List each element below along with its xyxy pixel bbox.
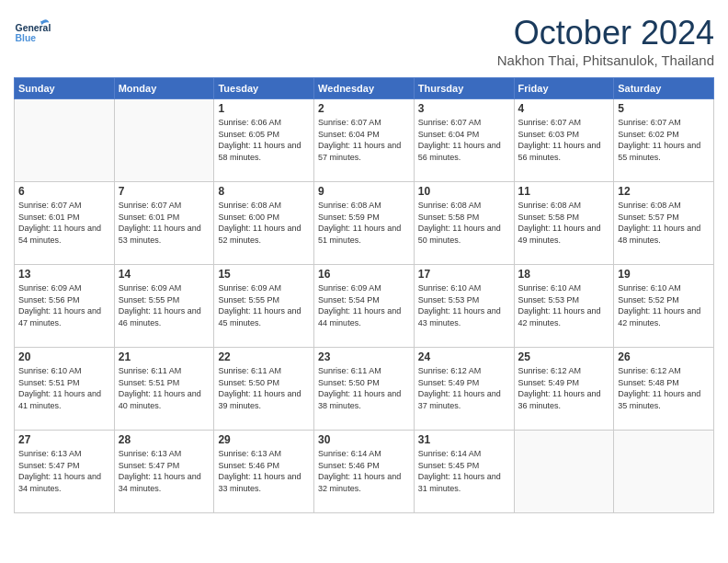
table-row: 17Sunrise: 6:10 AMSunset: 5:53 PMDayligh… bbox=[414, 265, 514, 348]
calendar-week-2: 6Sunrise: 6:07 AMSunset: 6:01 PMDaylight… bbox=[15, 182, 714, 265]
day-info: Sunrise: 6:08 AMSunset: 5:58 PMDaylight:… bbox=[418, 200, 510, 246]
table-row: 16Sunrise: 6:09 AMSunset: 5:54 PMDayligh… bbox=[314, 265, 415, 348]
day-info: Sunrise: 6:12 AMSunset: 5:49 PMDaylight:… bbox=[518, 365, 610, 411]
day-number: 9 bbox=[318, 185, 410, 198]
day-number: 27 bbox=[18, 433, 110, 446]
day-number: 4 bbox=[518, 102, 610, 115]
header-thursday: Thursday bbox=[414, 78, 514, 99]
day-number: 18 bbox=[518, 268, 610, 281]
day-number: 8 bbox=[218, 185, 310, 198]
header-monday: Monday bbox=[114, 78, 214, 99]
day-info: Sunrise: 6:07 AMSunset: 6:03 PMDaylight:… bbox=[518, 117, 610, 163]
table-row: 25Sunrise: 6:12 AMSunset: 5:49 PMDayligh… bbox=[514, 348, 614, 431]
day-info: Sunrise: 6:12 AMSunset: 5:48 PMDaylight:… bbox=[618, 365, 710, 411]
day-number: 22 bbox=[218, 350, 310, 363]
day-info: Sunrise: 6:14 AMSunset: 5:45 PMDaylight:… bbox=[418, 448, 510, 494]
day-number: 26 bbox=[618, 350, 710, 363]
svg-text:Blue: Blue bbox=[16, 33, 37, 43]
logo-icon: General Blue bbox=[14, 14, 51, 51]
day-number: 10 bbox=[418, 185, 510, 198]
day-number: 5 bbox=[618, 102, 710, 115]
table-row: 30Sunrise: 6:14 AMSunset: 5:46 PMDayligh… bbox=[314, 431, 415, 513]
day-info: Sunrise: 6:07 AMSunset: 6:02 PMDaylight:… bbox=[618, 117, 710, 163]
day-number: 7 bbox=[119, 185, 210, 198]
table-row: 19Sunrise: 6:10 AMSunset: 5:52 PMDayligh… bbox=[614, 265, 714, 348]
day-number: 19 bbox=[618, 268, 710, 281]
day-info: Sunrise: 6:07 AMSunset: 6:01 PMDaylight:… bbox=[119, 200, 210, 246]
day-number: 11 bbox=[518, 185, 610, 198]
table-row: 10Sunrise: 6:08 AMSunset: 5:58 PMDayligh… bbox=[414, 182, 514, 265]
table-row: 5Sunrise: 6:07 AMSunset: 6:02 PMDaylight… bbox=[614, 99, 714, 182]
table-row: 29Sunrise: 6:13 AMSunset: 5:46 PMDayligh… bbox=[214, 431, 314, 513]
day-info: Sunrise: 6:07 AMSunset: 6:04 PMDaylight:… bbox=[418, 117, 510, 163]
page-header: General Blue October 2024 Nakhon Thai, P… bbox=[14, 14, 714, 68]
day-number: 25 bbox=[518, 350, 610, 363]
day-number: 14 bbox=[119, 268, 210, 281]
day-info: Sunrise: 6:06 AMSunset: 6:05 PMDaylight:… bbox=[218, 117, 310, 163]
day-number: 2 bbox=[318, 102, 410, 115]
month-title: October 2024 bbox=[497, 14, 714, 52]
table-row: 12Sunrise: 6:08 AMSunset: 5:57 PMDayligh… bbox=[614, 182, 714, 265]
day-number: 31 bbox=[418, 433, 510, 446]
day-info: Sunrise: 6:08 AMSunset: 6:00 PMDaylight:… bbox=[218, 200, 310, 246]
day-info: Sunrise: 6:13 AMSunset: 5:47 PMDaylight:… bbox=[18, 448, 110, 494]
day-number: 1 bbox=[218, 102, 310, 115]
table-row: 15Sunrise: 6:09 AMSunset: 5:55 PMDayligh… bbox=[214, 265, 314, 348]
calendar-week-4: 20Sunrise: 6:10 AMSunset: 5:51 PMDayligh… bbox=[15, 348, 714, 431]
header-tuesday: Tuesday bbox=[214, 78, 314, 99]
table-row: 31Sunrise: 6:14 AMSunset: 5:45 PMDayligh… bbox=[414, 431, 514, 513]
svg-text:General: General bbox=[16, 23, 51, 33]
table-row bbox=[15, 99, 115, 182]
table-row bbox=[114, 99, 214, 182]
day-number: 30 bbox=[318, 433, 410, 446]
day-number: 28 bbox=[119, 433, 210, 446]
day-info: Sunrise: 6:09 AMSunset: 5:56 PMDaylight:… bbox=[18, 282, 110, 328]
table-row: 20Sunrise: 6:10 AMSunset: 5:51 PMDayligh… bbox=[15, 348, 115, 431]
header-sunday: Sunday bbox=[15, 78, 115, 99]
day-info: Sunrise: 6:11 AMSunset: 5:51 PMDaylight:… bbox=[119, 365, 210, 411]
title-block: October 2024 Nakhon Thai, Phitsanulok, T… bbox=[497, 14, 714, 68]
day-info: Sunrise: 6:11 AMSunset: 5:50 PMDaylight:… bbox=[218, 365, 310, 411]
day-number: 24 bbox=[418, 350, 510, 363]
table-row: 13Sunrise: 6:09 AMSunset: 5:56 PMDayligh… bbox=[15, 265, 115, 348]
calendar-week-1: 1Sunrise: 6:06 AMSunset: 6:05 PMDaylight… bbox=[15, 99, 714, 182]
day-info: Sunrise: 6:07 AMSunset: 6:01 PMDaylight:… bbox=[18, 200, 110, 246]
day-info: Sunrise: 6:10 AMSunset: 5:51 PMDaylight:… bbox=[18, 365, 110, 411]
table-row: 11Sunrise: 6:08 AMSunset: 5:58 PMDayligh… bbox=[514, 182, 614, 265]
day-info: Sunrise: 6:13 AMSunset: 5:47 PMDaylight:… bbox=[119, 448, 210, 494]
day-number: 16 bbox=[318, 268, 410, 281]
day-info: Sunrise: 6:14 AMSunset: 5:46 PMDaylight:… bbox=[318, 448, 410, 494]
table-row bbox=[614, 431, 714, 513]
day-info: Sunrise: 6:08 AMSunset: 5:58 PMDaylight:… bbox=[518, 200, 610, 246]
location-subtitle: Nakhon Thai, Phitsanulok, Thailand bbox=[497, 52, 714, 68]
logo: General Blue bbox=[14, 14, 51, 51]
calendar-table: Sunday Monday Tuesday Wednesday Thursday… bbox=[14, 77, 714, 513]
header-saturday: Saturday bbox=[614, 78, 714, 99]
table-row: 7Sunrise: 6:07 AMSunset: 6:01 PMDaylight… bbox=[114, 182, 214, 265]
day-number: 15 bbox=[218, 268, 310, 281]
day-number: 29 bbox=[218, 433, 310, 446]
table-row: 28Sunrise: 6:13 AMSunset: 5:47 PMDayligh… bbox=[114, 431, 214, 513]
table-row: 18Sunrise: 6:10 AMSunset: 5:53 PMDayligh… bbox=[514, 265, 614, 348]
day-info: Sunrise: 6:10 AMSunset: 5:53 PMDaylight:… bbox=[418, 282, 510, 328]
calendar-week-5: 27Sunrise: 6:13 AMSunset: 5:47 PMDayligh… bbox=[15, 431, 714, 513]
table-row: 9Sunrise: 6:08 AMSunset: 5:59 PMDaylight… bbox=[314, 182, 415, 265]
table-row: 1Sunrise: 6:06 AMSunset: 6:05 PMDaylight… bbox=[214, 99, 314, 182]
calendar-header-row: Sunday Monday Tuesday Wednesday Thursday… bbox=[15, 78, 714, 99]
day-info: Sunrise: 6:09 AMSunset: 5:54 PMDaylight:… bbox=[318, 282, 410, 328]
table-row: 2Sunrise: 6:07 AMSunset: 6:04 PMDaylight… bbox=[314, 99, 415, 182]
day-number: 17 bbox=[418, 268, 510, 281]
day-info: Sunrise: 6:12 AMSunset: 5:49 PMDaylight:… bbox=[418, 365, 510, 411]
day-info: Sunrise: 6:11 AMSunset: 5:50 PMDaylight:… bbox=[318, 365, 410, 411]
table-row: 14Sunrise: 6:09 AMSunset: 5:55 PMDayligh… bbox=[114, 265, 214, 348]
table-row bbox=[514, 431, 614, 513]
header-wednesday: Wednesday bbox=[314, 78, 415, 99]
table-row: 21Sunrise: 6:11 AMSunset: 5:51 PMDayligh… bbox=[114, 348, 214, 431]
table-row: 27Sunrise: 6:13 AMSunset: 5:47 PMDayligh… bbox=[15, 431, 115, 513]
day-number: 3 bbox=[418, 102, 510, 115]
day-info: Sunrise: 6:13 AMSunset: 5:46 PMDaylight:… bbox=[218, 448, 310, 494]
day-number: 6 bbox=[18, 185, 110, 198]
table-row: 24Sunrise: 6:12 AMSunset: 5:49 PMDayligh… bbox=[414, 348, 514, 431]
day-info: Sunrise: 6:09 AMSunset: 5:55 PMDaylight:… bbox=[119, 282, 210, 328]
table-row: 26Sunrise: 6:12 AMSunset: 5:48 PMDayligh… bbox=[614, 348, 714, 431]
